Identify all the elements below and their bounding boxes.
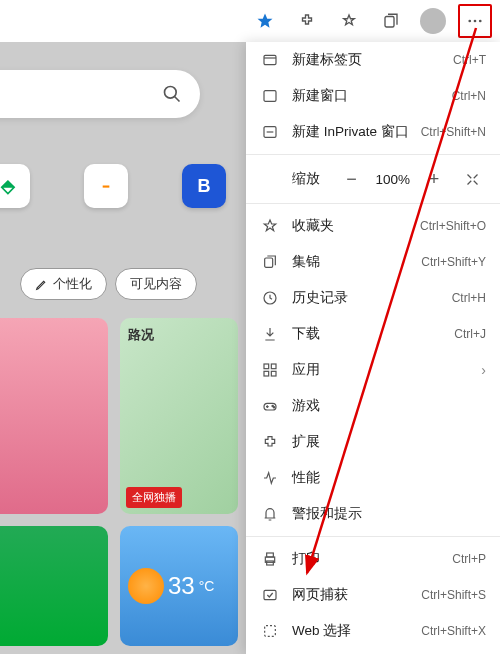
apps-icon <box>260 360 280 380</box>
tab-icon <box>260 50 280 70</box>
tile-item[interactable]: B <box>182 164 226 208</box>
map-label: 路况 <box>120 318 238 352</box>
svg-rect-5 <box>264 55 276 64</box>
fullscreen-button[interactable] <box>458 165 486 193</box>
menu-new-tab[interactable]: 新建标签页Ctrl+T <box>246 42 500 78</box>
menu-share[interactable]: 共享 <box>246 649 500 654</box>
menu-games[interactable]: 游戏 <box>246 388 500 424</box>
svg-rect-11 <box>271 364 276 369</box>
zoom-value: 100% <box>375 172 410 187</box>
temp-value: 33 <box>168 572 195 600</box>
feed-card-map[interactable]: 路况 全网独播 <box>120 318 238 514</box>
menu-zoom: 缩放−100%+ <box>246 159 500 199</box>
browser-toolbar <box>0 0 500 42</box>
menu-extensions[interactable]: 扩展 <box>246 424 500 460</box>
tile-item[interactable]: ━ <box>84 164 128 208</box>
svg-rect-21 <box>265 626 276 637</box>
extension-icon <box>260 432 280 452</box>
feed-card[interactable] <box>0 318 108 514</box>
svg-rect-13 <box>271 371 276 376</box>
more-menu-button[interactable] <box>458 4 492 38</box>
page-background: ⬘ ━ B 个性化 可见内容 路况 全网独播 33 °C <box>0 42 246 654</box>
svg-rect-19 <box>267 561 274 565</box>
menu-new-window[interactable]: 新建窗口Ctrl+N <box>246 78 500 114</box>
collections-icon <box>260 252 280 272</box>
performance-icon <box>260 468 280 488</box>
personalize-chip[interactable]: 个性化 <box>20 268 107 300</box>
select-icon <box>260 621 280 641</box>
svg-rect-12 <box>264 371 269 376</box>
quick-tiles: ⬘ ━ B <box>0 164 246 208</box>
search-box[interactable] <box>0 70 200 118</box>
capture-icon <box>260 585 280 605</box>
svg-point-16 <box>273 407 274 408</box>
feed-card[interactable] <box>0 526 108 646</box>
temp-unit: °C <box>199 578 215 594</box>
weather-card[interactable]: 33 °C <box>120 526 238 646</box>
menu-performance[interactable]: 性能 <box>246 460 500 496</box>
collections-icon[interactable] <box>374 4 408 38</box>
profile-avatar[interactable] <box>416 4 450 38</box>
star-icon <box>260 216 280 236</box>
svg-point-4 <box>165 87 177 99</box>
menu-web-capture[interactable]: 网页捕获Ctrl+Shift+S <box>246 577 500 613</box>
menu-web-select[interactable]: Web 选择Ctrl+Shift+X <box>246 613 500 649</box>
svg-rect-18 <box>267 553 274 557</box>
svg-rect-6 <box>264 91 276 102</box>
print-icon <box>260 549 280 569</box>
bell-icon <box>260 504 280 524</box>
menu-downloads[interactable]: 下载Ctrl+J <box>246 316 500 352</box>
tile-item[interactable]: ⬘ <box>0 164 30 208</box>
menu-history[interactable]: 历史记录Ctrl+H <box>246 280 500 316</box>
menu-collections[interactable]: 集锦Ctrl+Shift+Y <box>246 244 500 280</box>
svg-rect-8 <box>265 258 273 267</box>
search-icon <box>162 84 182 104</box>
menu-favorites[interactable]: 收藏夹Ctrl+Shift+O <box>246 208 500 244</box>
zoom-out-button[interactable]: − <box>337 165 365 193</box>
menu-print[interactable]: 打印Ctrl+P <box>246 541 500 577</box>
pencil-icon <box>35 278 48 291</box>
zoom-in-button[interactable]: + <box>420 165 448 193</box>
visible-content-chip[interactable]: 可见内容 <box>115 268 197 300</box>
inprivate-icon <box>260 122 280 142</box>
svg-point-1 <box>468 20 471 23</box>
svg-rect-20 <box>264 590 276 599</box>
svg-rect-10 <box>264 364 269 369</box>
extensions-icon[interactable] <box>290 4 324 38</box>
games-icon <box>260 396 280 416</box>
download-icon <box>260 324 280 344</box>
svg-point-3 <box>479 20 482 23</box>
sun-icon <box>128 568 164 604</box>
favorites-hub-icon[interactable] <box>332 4 366 38</box>
feed-chips: 个性化 可见内容 <box>20 268 246 300</box>
menu-apps[interactable]: 应用› <box>246 352 500 388</box>
menu-alerts[interactable]: 警报和提示 <box>246 496 500 532</box>
window-icon <box>260 86 280 106</box>
map-badge: 全网独播 <box>126 487 182 508</box>
settings-menu: 新建标签页Ctrl+T 新建窗口Ctrl+N 新建 InPrivate 窗口Ct… <box>246 42 500 654</box>
history-icon <box>260 288 280 308</box>
svg-point-2 <box>474 20 477 23</box>
svg-rect-0 <box>385 17 394 28</box>
favorite-icon[interactable] <box>248 4 282 38</box>
menu-new-inprivate[interactable]: 新建 InPrivate 窗口Ctrl+Shift+N <box>246 114 500 150</box>
chevron-right-icon: › <box>481 362 486 378</box>
